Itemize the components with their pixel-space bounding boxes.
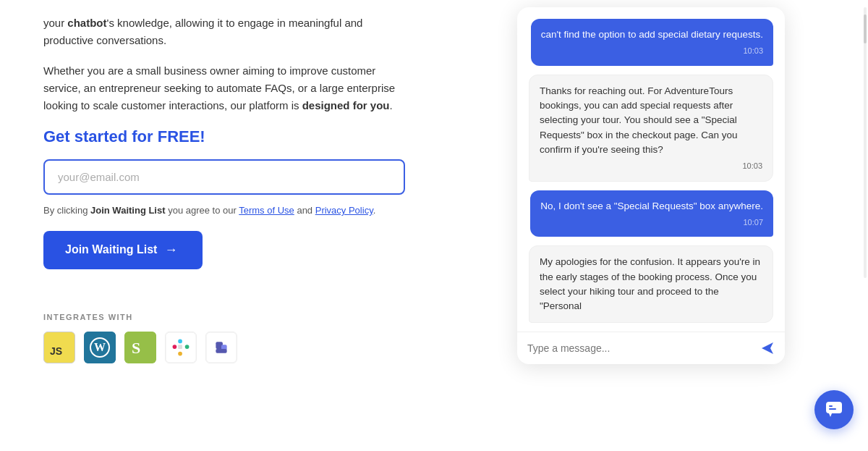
send-icon	[760, 341, 775, 355]
svg-rect-9	[178, 339, 182, 343]
svg-rect-11	[178, 351, 182, 355]
svg-rect-19	[829, 405, 833, 407]
svg-rect-20	[829, 408, 836, 410]
privacy-policy-link[interactable]: Privacy Policy	[315, 205, 373, 216]
right-panel: can't find the option to add special die…	[448, 0, 868, 451]
svg-rect-12	[178, 345, 182, 349]
svg-text:S: S	[132, 339, 140, 357]
chat-message-sent-3: No, I don't see a "Special Requests" box…	[530, 190, 773, 237]
chat-message-sent-1: can't find the option to add special die…	[531, 19, 773, 66]
terms-text: By clicking Join Waiting List you agree …	[43, 203, 405, 218]
svg-text:JS: JS	[50, 345, 62, 357]
svg-rect-17	[826, 402, 842, 413]
chat-send-button[interactable]	[760, 341, 775, 355]
chat-bubble-icon	[825, 400, 843, 419]
paragraph-2: Whether you are a small business owner a…	[43, 62, 405, 114]
chatbot-bold: chatbot	[67, 17, 106, 29]
chat-message-received-4: My apologies for the confusion. It appea…	[529, 245, 773, 323]
svg-marker-18	[829, 413, 832, 417]
email-input[interactable]	[43, 159, 405, 195]
scrollbar-thumb	[864, 14, 867, 43]
floating-chat-button[interactable]	[814, 390, 854, 429]
svg-rect-16	[216, 348, 226, 353]
left-panel: your chatbot's knowledge, allowing it to…	[0, 0, 448, 451]
teams-icon	[205, 332, 237, 363]
chat-widget: can't find the option to add special die…	[517, 7, 785, 364]
chat-message-received-2: Thanks for reaching out. For AdventureTo…	[529, 75, 773, 182]
scrollbar-track[interactable]	[864, 7, 867, 278]
svg-rect-10	[185, 345, 190, 349]
chat-messages: can't find the option to add special die…	[517, 7, 785, 323]
integrates-section: INTEGRATES WITH JS W	[43, 313, 405, 363]
js-icon: JS	[43, 332, 75, 363]
wordpress-icon: W	[84, 332, 116, 363]
arrow-icon: →	[164, 243, 177, 258]
terms-of-use-link[interactable]: Terms of Use	[239, 205, 294, 216]
chat-input[interactable]	[527, 342, 760, 354]
join-waiting-list-button[interactable]: Join Waiting List →	[43, 231, 203, 269]
cta-heading: Get started for FREE!	[43, 127, 405, 146]
paragraph-1: your chatbot's knowledge, allowing it to…	[43, 14, 405, 49]
slack-icon	[165, 332, 197, 363]
chat-input-area	[517, 332, 785, 364]
svg-text:W: W	[94, 341, 106, 353]
shopify-icon: S	[124, 332, 156, 363]
integrates-icons-row: JS W S	[43, 332, 405, 363]
integrates-label: INTEGRATES WITH	[43, 313, 405, 321]
svg-rect-8	[173, 345, 177, 349]
